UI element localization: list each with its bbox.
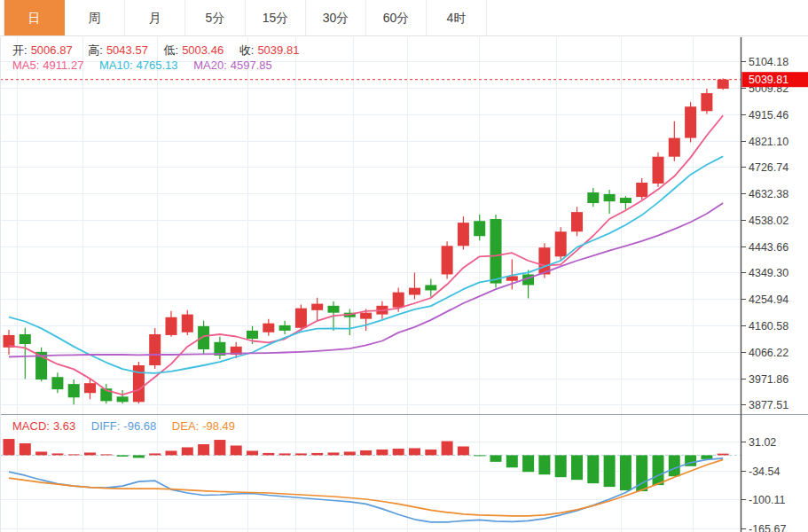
ohlc-readout: 开:5006.87 高:5043.57 低:5003.46 收:5039.81 (12, 43, 302, 59)
ma20-value: 4597.85 (231, 59, 272, 72)
price-tick-label: 4349.30 (749, 267, 788, 279)
high-label: 高: (88, 43, 103, 57)
dea-value: -98.49 (202, 419, 235, 433)
close-label: 收: (239, 43, 255, 57)
price-tick-label: 5104.18 (749, 56, 788, 68)
chart-canvas: 5104.185009.824915.464821.104726.744632.… (0, 0, 808, 532)
macd-tick-label: -34.54 (749, 466, 780, 478)
low-value: 5003.46 (182, 43, 224, 57)
price-tick-label: 4160.58 (749, 320, 788, 332)
ma-readout: MA5:4911.27 MA10:4765.13 MA20:4597.85 (12, 59, 276, 72)
open-value: 5006.87 (31, 43, 73, 57)
price-tick-label: 4066.22 (749, 347, 788, 359)
current-price-badge-label: 5039.81 (749, 74, 788, 86)
price-tick-label: 3877.51 (749, 399, 788, 411)
macd-label: MACD: (12, 419, 50, 433)
kline-chart-app: 日 周 月 5分 15分 30分 60分 4时 5104.185009.8249… (0, 0, 808, 532)
high-value: 5043.57 (106, 43, 148, 57)
price-tick-label: 4726.74 (749, 161, 788, 174)
price-tick-label: 4632.38 (749, 188, 788, 200)
macd-tick-label: -165.67 (749, 523, 786, 532)
price-tick-label: 4538.02 (749, 215, 788, 227)
price-tick-label: 4443.66 (749, 241, 788, 254)
diff-label: DIFF: (91, 419, 121, 433)
close-value: 5039.81 (257, 43, 299, 57)
price-tick-label: 4915.46 (749, 109, 788, 121)
low-label: 低: (164, 43, 179, 57)
ma20-label: MA20: (193, 59, 227, 72)
macd-tick-label: 31.02 (749, 436, 776, 449)
chart-plot-area[interactable] (0, 37, 741, 532)
macd-value: 3.63 (53, 419, 75, 433)
ma5-label: MA5: (12, 59, 39, 72)
price-tick-label: 4821.10 (749, 136, 788, 148)
ma10-value: 4765.13 (137, 59, 178, 72)
macd-tick-label: -100.11 (749, 494, 786, 506)
ma5-value: 4911.27 (43, 59, 83, 72)
diff-value: -96.68 (123, 419, 156, 433)
macd-readout: MACD:3.63 DIFF:-96.68 DEA:-98.49 (12, 419, 239, 433)
dea-label: DEA: (172, 419, 199, 433)
price-tick-label: 3971.86 (749, 373, 788, 386)
price-tick-label: 4254.94 (749, 293, 788, 306)
ma10-label: MA10: (99, 59, 133, 72)
open-label: 开: (12, 43, 27, 57)
